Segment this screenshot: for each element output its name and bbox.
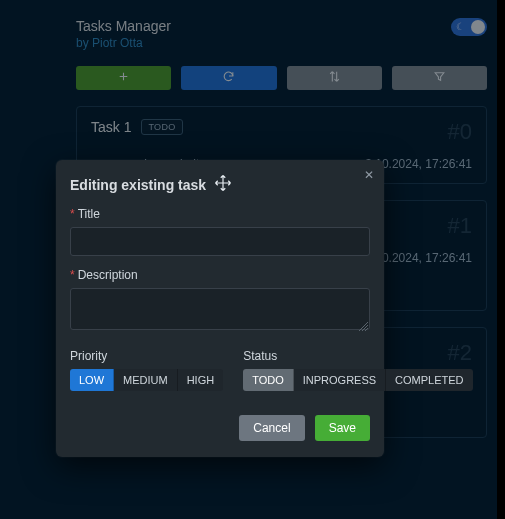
description-label: *Description: [70, 268, 370, 282]
title-input[interactable]: [70, 227, 370, 256]
status-option-todo[interactable]: TODO: [243, 369, 294, 391]
close-icon[interactable]: ✕: [364, 168, 374, 182]
status-col: Status TODO INPROGRESS COMPLETED: [243, 349, 472, 391]
sort-icon: [328, 70, 341, 86]
status-option-completed[interactable]: COMPLETED: [386, 369, 472, 391]
priority-col: Priority LOW MEDIUM HIGH: [70, 349, 223, 391]
edit-task-modal: ✕ Editing existing task *Title *Descript…: [56, 160, 384, 457]
task-number: #1: [448, 213, 472, 239]
priority-option-low[interactable]: LOW: [70, 369, 114, 391]
plus-icon: [117, 70, 130, 86]
task-title: Task 1: [91, 119, 131, 135]
priority-segmented: LOW MEDIUM HIGH: [70, 369, 223, 391]
priority-option-medium[interactable]: MEDIUM: [114, 369, 178, 391]
title-label: *Title: [70, 207, 370, 221]
header: Tasks Manager by Piotr Otta ☾: [76, 18, 487, 50]
dark-mode-toggle[interactable]: ☾: [451, 18, 487, 36]
toggle-knob: [471, 20, 485, 34]
description-field: *Description: [70, 268, 370, 333]
right-edge-strip: [497, 0, 505, 519]
status-badge: TODO: [141, 119, 182, 135]
status-option-inprogress[interactable]: INPROGRESS: [294, 369, 386, 391]
textarea-wrap: [70, 288, 370, 333]
task-title-row: Task 1 TODO: [91, 119, 183, 135]
title-field: *Title: [70, 207, 370, 256]
cancel-button[interactable]: Cancel: [239, 415, 304, 441]
app-author: by Piotr Otta: [76, 36, 171, 50]
description-input[interactable]: [70, 288, 370, 330]
task-head: Task 1 TODO #0: [91, 119, 472, 145]
moon-icon: ☾: [456, 21, 465, 32]
task-number: #0: [448, 119, 472, 145]
status-heading: Status: [243, 349, 472, 363]
refresh-icon: [222, 70, 235, 86]
modal-title: Editing existing task: [70, 177, 206, 193]
move-icon[interactable]: [214, 174, 232, 195]
priority-status-row: Priority LOW MEDIUM HIGH Status TODO INP…: [70, 349, 370, 391]
status-segmented: TODO INPROGRESS COMPLETED: [243, 369, 472, 391]
sort-button[interactable]: [287, 66, 382, 90]
refresh-button[interactable]: [181, 66, 276, 90]
toolbar: [76, 66, 487, 90]
priority-option-high[interactable]: HIGH: [178, 369, 224, 391]
modal-title-row: Editing existing task: [70, 174, 370, 195]
priority-heading: Priority: [70, 349, 223, 363]
modal-actions: Cancel Save: [70, 415, 370, 441]
filter-icon: [433, 70, 446, 86]
header-titles: Tasks Manager by Piotr Otta: [76, 18, 171, 50]
app-title: Tasks Manager: [76, 18, 171, 34]
save-button[interactable]: Save: [315, 415, 370, 441]
required-mark: *: [70, 207, 75, 221]
filter-button[interactable]: [392, 66, 487, 90]
add-button[interactable]: [76, 66, 171, 90]
required-mark: *: [70, 268, 75, 282]
